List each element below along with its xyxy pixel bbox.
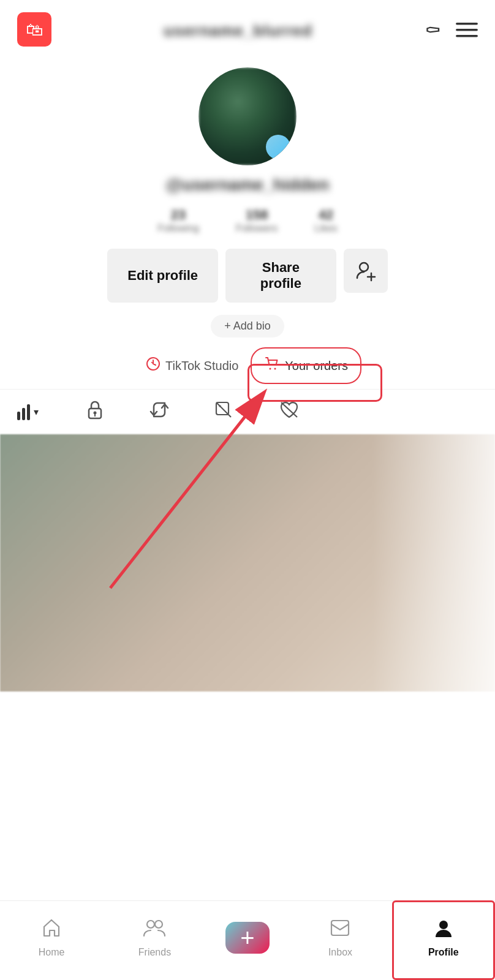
tiktok-studio-label: TikTok Studio: [165, 359, 238, 373]
nav-friends[interactable]: Friends: [103, 918, 206, 958]
svg-rect-2: [456, 23, 478, 25]
quick-links: TikTok Studio Your orders: [121, 347, 374, 384]
tiktok-shop-logo[interactable]: 🛍: [17, 12, 51, 49]
action-buttons: Edit profile Share profile: [95, 249, 399, 303]
your-orders-link[interactable]: Your orders: [251, 347, 361, 384]
stats-row: 23 Following 158 Followers 42 Likes: [157, 207, 337, 234]
cart-icon: [264, 356, 280, 375]
share-profile-button[interactable]: Share profile: [225, 249, 336, 303]
add-bio-button[interactable]: + Add bio: [211, 315, 284, 337]
chevron-down-icon: ▾: [34, 406, 39, 418]
lock-icon[interactable]: [85, 399, 105, 424]
content-grid: [0, 434, 495, 692]
home-label: Home: [39, 947, 65, 958]
profile-section: @username_hidden 23 Following 158 Follow…: [0, 61, 495, 384]
svg-point-16: [219, 405, 221, 407]
profile-nav-label: Profile: [428, 947, 459, 958]
svg-point-21: [155, 921, 162, 928]
tag-icon[interactable]: [214, 400, 235, 424]
header-actions: ⚰: [425, 19, 478, 42]
create-button[interactable]: +: [225, 922, 270, 954]
header: 🛍 username_blurred ⚰: [0, 0, 495, 61]
profile-nav-icon: [433, 918, 454, 943]
your-orders-label: Your orders: [285, 359, 348, 373]
username-display: @username_hidden: [166, 175, 330, 195]
svg-text:🛍: 🛍: [26, 20, 43, 39]
svg-point-10: [274, 368, 276, 370]
followers-count: 158: [246, 207, 268, 223]
tiktok-studio-link[interactable]: TikTok Studio: [134, 347, 251, 384]
svg-rect-4: [456, 35, 478, 37]
svg-point-5: [360, 263, 368, 271]
nav-profile[interactable]: Profile: [392, 918, 495, 958]
svg-point-9: [270, 368, 271, 370]
username-header: username_blurred: [164, 21, 312, 40]
svg-point-12: [94, 412, 97, 415]
followers-label: Followers: [236, 223, 278, 234]
tiktok-studio-icon: [146, 356, 161, 375]
filter-button[interactable]: ▾: [17, 404, 39, 420]
menu-icon[interactable]: [456, 21, 478, 40]
bottom-nav: Home Friends + Inbox: [0, 900, 495, 980]
home-icon: [41, 918, 62, 943]
bars-icon: [17, 404, 30, 420]
following-label: Following: [157, 223, 199, 234]
heart-icon[interactable]: [279, 400, 300, 424]
likes-count: 42: [319, 207, 333, 223]
inbox-icon: [330, 918, 350, 943]
svg-point-20: [147, 921, 154, 928]
repost-icon[interactable]: [149, 401, 170, 423]
likes-label: Likes: [314, 223, 337, 234]
nav-inbox[interactable]: Inbox: [289, 918, 391, 958]
following-count: 23: [171, 207, 186, 223]
avatar[interactable]: [198, 67, 297, 165]
edit-profile-button[interactable]: Edit profile: [107, 249, 218, 303]
svg-rect-3: [456, 29, 478, 31]
filter-toolbar: ▾: [0, 389, 495, 434]
stat-following[interactable]: 23 Following: [157, 207, 199, 234]
friends-icon: [143, 918, 166, 943]
nav-create[interactable]: +: [206, 922, 289, 954]
svg-point-23: [439, 921, 448, 929]
inbox-label: Inbox: [328, 947, 352, 958]
stat-followers[interactable]: 158 Followers: [236, 207, 278, 234]
add-friend-button[interactable]: [344, 249, 388, 293]
glasses-icon[interactable]: ⚰: [425, 19, 441, 42]
empty-content-area: [0, 692, 495, 912]
friends-label: Friends: [138, 947, 171, 958]
nav-home[interactable]: Home: [0, 918, 103, 958]
stat-likes[interactable]: 42 Likes: [314, 207, 337, 234]
svg-rect-22: [331, 921, 349, 935]
